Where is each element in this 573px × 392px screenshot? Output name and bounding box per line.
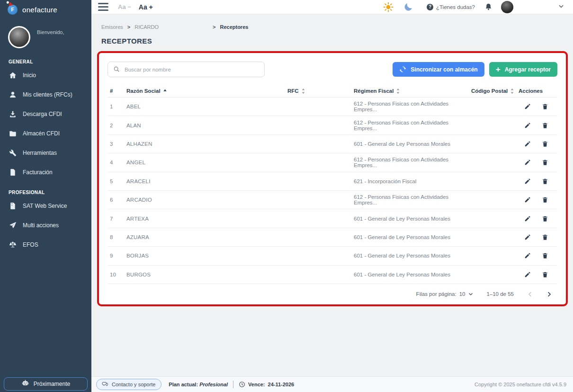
cell-actions — [519, 141, 557, 147]
sidebar-item-descarga-cfdi[interactable]: Descarga CFDI — [0, 104, 91, 124]
cell-actions — [519, 103, 557, 110]
delete-trash-icon[interactable] — [542, 159, 548, 166]
footer-divider — [233, 381, 233, 388]
home-icon — [9, 71, 17, 79]
edit-pencil-icon[interactable] — [524, 122, 531, 129]
cell-actions — [519, 252, 557, 259]
delete-trash-icon[interactable] — [542, 103, 548, 110]
table-row: 5 ARACELI 621 - Incorporación Fiscal — [107, 172, 557, 191]
cell-regimen-fiscal: 612 - Personas Fisicas con Actividades E… — [354, 120, 471, 131]
table-row: 4 ANGEL 612 - Personas Fisicas con Activ… — [107, 153, 557, 172]
delete-trash-icon[interactable] — [542, 215, 548, 222]
help-link[interactable]: ? ¿Tienes dudas? — [427, 4, 475, 10]
delete-trash-icon[interactable] — [542, 178, 548, 185]
delete-trash-icon[interactable] — [542, 252, 548, 259]
edit-pencil-icon[interactable] — [524, 196, 531, 203]
rows-per-page-select[interactable]: Filas por página: 10 — [416, 291, 474, 297]
search-box — [107, 62, 265, 77]
edit-pencil-icon[interactable] — [524, 215, 531, 222]
breadcrumb-emisor-name[interactable]: RICARDO — [134, 24, 159, 30]
delete-trash-icon[interactable] — [542, 196, 548, 203]
sidebar-item-almac-n-cfdi[interactable]: Almacén CFDI — [0, 124, 91, 143]
coming-soon-button[interactable]: Próximamente — [4, 377, 88, 391]
cell-razon-social: ARTEXA — [126, 216, 287, 222]
dark-mode-moon-icon[interactable] — [403, 2, 413, 12]
chevron-down-icon[interactable] — [558, 3, 564, 11]
highlight-frame: Sincronizar con almacén + Agregar recept… — [97, 51, 568, 306]
edit-pencil-icon[interactable] — [524, 141, 531, 147]
edit-pencil-icon[interactable] — [524, 271, 531, 278]
pagination-range: 1–10 de 55 — [486, 291, 514, 297]
breadcrumb-separator-icon: > — [127, 24, 130, 30]
expiry-label: Vence: — [248, 382, 265, 387]
breadcrumb-emisores[interactable]: Emisores — [101, 24, 123, 30]
plus-icon: + — [496, 65, 501, 73]
edit-pencil-icon[interactable] — [524, 234, 531, 241]
edit-pencil-icon[interactable] — [524, 178, 531, 185]
hamburger-menu-icon[interactable] — [98, 3, 108, 11]
delete-trash-icon[interactable] — [542, 122, 548, 129]
sidebar-nav: GENERAL Inicio Mis clientes (RFCs) Desca… — [0, 59, 91, 254]
folder-icon — [9, 129, 17, 137]
table-body: 1 ABEL 612 - Personas Fisicas con Activi… — [107, 98, 557, 284]
column-header-c-digo-postal[interactable]: Código Postal — [471, 88, 519, 94]
edit-pencil-icon[interactable] — [524, 103, 531, 110]
light-mode-sun-icon[interactable] — [383, 1, 394, 13]
contact-support-button[interactable]: Contacto y soporte — [96, 379, 161, 390]
sidebar-section-profesional: PROFESIONAL — [0, 190, 91, 195]
cell-regimen-fiscal: 621 - Incorporación Fiscal — [354, 178, 471, 184]
column-header-raz-n-social[interactable]: Razón Social — [126, 88, 287, 94]
table-row: 10 BURGOS 601 - General de Ley Personas … — [107, 266, 557, 284]
search-input[interactable] — [107, 62, 265, 77]
column-header-label: Acciones — [519, 88, 543, 94]
edit-pencil-icon[interactable] — [524, 252, 531, 259]
cell-num: 10 — [107, 272, 126, 277]
column-header-acciones: Acciones — [519, 88, 557, 94]
page-title: RECEPTORES — [101, 37, 568, 45]
cell-razon-social: BURGOS — [126, 272, 287, 277]
pagination: Filas por página: 10 1–10 de 55 — [107, 284, 557, 304]
sync-warehouse-button[interactable]: Sincronizar con almacén — [393, 62, 484, 77]
sidebar-item-multi-acciones[interactable]: Multi acciones — [0, 215, 91, 235]
cell-num: 2 — [107, 123, 126, 128]
main-content: Emisores > RICARDO > Receptores RECEPTOR… — [91, 14, 573, 376]
delete-trash-icon[interactable] — [542, 234, 548, 241]
brand[interactable]: F onefacture — [0, 0, 91, 18]
sidebar-item-sat-web-service[interactable]: SAT Web Service — [0, 196, 91, 215]
font-decrease-button[interactable]: Aa − — [118, 3, 131, 10]
avatar[interactable] — [8, 26, 30, 48]
cell-razon-social: ALAN — [126, 123, 287, 128]
cell-regimen-fiscal: 612 - Personas Fisicas con Actividades E… — [354, 101, 471, 112]
delete-trash-icon[interactable] — [542, 271, 548, 278]
cell-regimen-fiscal: 601 - General de Ley Personas Morales — [354, 253, 471, 258]
chevron-down-icon — [468, 291, 474, 297]
sidebar-item-facturaci-n[interactable]: Facturación — [0, 162, 91, 182]
edit-pencil-icon[interactable] — [524, 159, 531, 166]
sidebar-item-herramientas[interactable]: Herramientas — [0, 143, 91, 162]
table-row: 6 ARCADIO 612 - Personas Fisicas con Act… — [107, 191, 557, 209]
sidebar-item-mis-clientes-rfcs[interactable]: Mis clientes (RFCs) — [0, 85, 91, 104]
cell-actions — [519, 122, 557, 129]
user-avatar[interactable] — [501, 1, 513, 13]
add-receptor-button[interactable]: + Agregar receptor — [489, 62, 557, 77]
cell-regimen-fiscal: 601 - General de Ley Personas Morales — [354, 141, 471, 147]
breadcrumb-separator-icon: > — [213, 24, 215, 30]
sort-icon — [510, 88, 514, 94]
chat-bubbles-icon — [101, 381, 108, 388]
notifications-bell-icon[interactable] — [484, 3, 492, 11]
coming-soon-label: Próximamente — [34, 381, 70, 387]
question-icon: ? — [427, 4, 433, 10]
sidebar-item-efos[interactable]: EFOS — [0, 235, 91, 254]
next-page-icon[interactable] — [546, 291, 553, 298]
font-increase-button[interactable]: Aa + — [139, 3, 153, 11]
sidebar-item-inicio[interactable]: Inicio — [0, 65, 91, 85]
profile-block: Bienvenido, — [0, 18, 91, 51]
column-header-rfc[interactable]: RFC — [287, 88, 354, 94]
column-header-r-gimen-fiscal[interactable]: Régimen Fiscal — [354, 88, 471, 94]
table-row: 8 AZUARA 601 - General de Ley Personas M… — [107, 228, 557, 247]
cell-num: 1 — [107, 104, 126, 109]
cell-regimen-fiscal: 601 - General de Ley Personas Morales — [354, 234, 471, 240]
delete-trash-icon[interactable] — [542, 141, 548, 147]
previous-page-icon[interactable] — [527, 291, 534, 298]
santa-hat-icon — [8, 1, 13, 7]
